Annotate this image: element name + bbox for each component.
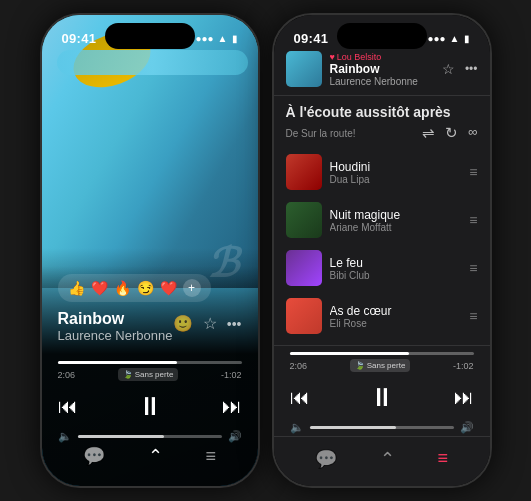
forward-button-phone1[interactable]: ⏭	[222, 395, 242, 418]
progress-section-phone2: 2:06 🍃 Sans perte -1:02	[290, 352, 474, 372]
queue-item-0[interactable]: Houdini Dua Lipa ≡	[274, 148, 490, 196]
queue-artist-feu: Bibi Club	[330, 270, 462, 281]
nav-more-icon-phone1[interactable]: ≡	[206, 446, 217, 467]
nav-airplay-icon-phone1[interactable]: ⌃	[148, 445, 163, 467]
progress-times-phone2: 2:06 🍃 Sans perte -1:02	[290, 359, 474, 372]
more-icon-phone2[interactable]: •••	[465, 62, 478, 76]
battery-icon-p2: ▮	[464, 33, 470, 44]
queue-info-houdini: Houdini Dua Lipa	[330, 160, 462, 185]
star-icon-phone1[interactable]: ☆	[203, 314, 217, 333]
queue-title-houdini: Houdini	[330, 160, 462, 174]
phone-1: ℬ 09:41 ●●● ▲ ▮ 👍 ❤️ 🔥 😏 ❤️ +	[40, 13, 260, 488]
reaction-heart2[interactable]: ❤️	[160, 280, 177, 296]
bottom-nav-phone1: 💬 ⌃ ≡	[42, 434, 258, 486]
mini-artwork	[286, 51, 322, 87]
reaction-heart1[interactable]: ❤️	[91, 280, 108, 296]
play-pause-button-phone2[interactable]: ⏸	[369, 382, 395, 413]
phone2-screen: 09:41 ●●● ▲ ▮ ♥ Lou Belsito Rainbow Laur…	[274, 15, 490, 486]
queue-item-3[interactable]: As de cœur Eli Rose ≡	[274, 292, 490, 340]
header-song-artist: Laurence Nerbonne	[330, 76, 434, 87]
controls-row-phone1: ⏮ ⏸ ⏭	[58, 387, 242, 426]
time-remaining-phone2: -1:02	[453, 361, 474, 371]
more-icon-phone1[interactable]: •••	[227, 316, 242, 332]
queue-artist-coeur: Eli Rose	[330, 318, 462, 329]
vol-max-p2: 🔊	[460, 421, 474, 434]
queue-item-1[interactable]: Nuit magique Ariane Moffatt ≡	[274, 196, 490, 244]
time-remaining-phone1: -1:02	[221, 370, 242, 380]
queue-menu-nuit[interactable]: ≡	[469, 212, 477, 228]
queue-art-houdini	[286, 154, 322, 190]
controls-row-phone2: ⏮ ⏸ ⏭	[290, 378, 474, 417]
queue-menu-feu[interactable]: ≡	[469, 260, 477, 276]
queue-title-coeur: As de cœur	[330, 304, 462, 318]
nav-list-icon-phone2[interactable]: ≡	[438, 448, 449, 469]
reactions-bar[interactable]: 👍 ❤️ 🔥 😏 ❤️ +	[58, 274, 211, 302]
back-button-phone2[interactable]: ⏮	[290, 386, 310, 409]
queue-menu-coeur[interactable]: ≡	[469, 308, 477, 324]
infinite-icon[interactable]: ∞	[468, 124, 477, 142]
progress-fill-phone2	[290, 352, 410, 355]
wifi-icon-p2: ▲	[450, 33, 460, 44]
nav-airplay-icon-phone2[interactable]: ⌃	[380, 448, 395, 470]
queue-artist-nuit: Ariane Moffatt	[330, 222, 462, 233]
song-artist-phone1: Laurence Nerbonne	[58, 328, 173, 343]
progress-section-phone1: 2:06 🍃 Sans perte -1:02	[58, 361, 242, 381]
battery-icon: ▮	[232, 33, 238, 44]
repeat-icon[interactable]: ↻	[445, 124, 458, 142]
status-icons-phone2: ●●● ▲ ▮	[427, 33, 469, 44]
song-info-phone1: Rainbow Laurence Nerbonne	[58, 310, 173, 343]
song-title-phone1: Rainbow	[58, 310, 173, 328]
queue-info-nuit: Nuit magique Ariane Moffatt	[330, 208, 462, 233]
queue-section-label: À l'écoute aussitôt après	[274, 96, 490, 124]
queue-title-nuit: Nuit magique	[330, 208, 462, 222]
reaction-smirk[interactable]: 😏	[137, 280, 154, 296]
queue-art-feu	[286, 250, 322, 286]
player-phone2: 2:06 🍃 Sans perte -1:02 ⏮ ⏸ ⏭ 🔈 🔊	[274, 345, 490, 434]
nav-chat-icon-phone2[interactable]: 💬	[315, 448, 337, 470]
phone1-screen: ℬ 09:41 ●●● ▲ ▮ 👍 ❤️ 🔥 😏 ❤️ +	[42, 15, 258, 486]
volume-bar-phone2[interactable]	[310, 426, 454, 429]
queue-menu-houdini[interactable]: ≡	[469, 164, 477, 180]
status-icons-phone1: ●●● ▲ ▮	[195, 33, 237, 44]
progress-times-phone1: 2:06 🍃 Sans perte -1:02	[58, 368, 242, 381]
volume-fill-phone2	[310, 426, 396, 429]
queue-sub-label: De Sur la route!	[286, 128, 356, 139]
queue-item-2[interactable]: Le feu Bibi Club ≡	[274, 244, 490, 292]
smiley-icon[interactable]: 🙂	[173, 314, 193, 333]
dynamic-island	[105, 23, 195, 49]
time-current-phone1: 2:06	[58, 370, 76, 380]
header-song-info: ♥ Lou Belsito Rainbow Laurence Nerbonne	[330, 52, 434, 87]
nav-chat-icon-phone1[interactable]: 💬	[83, 445, 105, 467]
header-song-name: Rainbow	[330, 62, 434, 76]
forward-button-phone2[interactable]: ⏭	[454, 386, 474, 409]
queue-info-coeur: As de cœur Eli Rose	[330, 304, 462, 329]
signal-icon: ●●●	[195, 33, 213, 44]
vol-min-p2: 🔈	[290, 421, 304, 434]
queue-title-feu: Le feu	[330, 256, 462, 270]
back-button-phone1[interactable]: ⏮	[58, 395, 78, 418]
lossless-badge-phone1: 🍃 Sans perte	[118, 368, 179, 381]
reaction-thumbsup[interactable]: 👍	[68, 280, 85, 296]
queue-artist-houdini: Dua Lipa	[330, 174, 462, 185]
progress-bar-phone2[interactable]	[290, 352, 474, 355]
shuffle-icon[interactable]: ⇌	[422, 124, 435, 142]
progress-bar-phone1[interactable]	[58, 361, 242, 364]
time-current-phone2: 2:06	[290, 361, 308, 371]
progress-fill-phone1	[58, 361, 178, 364]
dynamic-island-phone2	[337, 23, 427, 49]
star-icon-phone2[interactable]: ☆	[442, 61, 455, 77]
reaction-fire[interactable]: 🔥	[114, 280, 131, 296]
add-reaction-button[interactable]: +	[183, 279, 201, 297]
phone-2: 09:41 ●●● ▲ ▮ ♥ Lou Belsito Rainbow Laur…	[272, 13, 492, 488]
lou-badge: ♥ Lou Belsito	[330, 52, 434, 62]
signal-icon-p2: ●●●	[427, 33, 445, 44]
queue-info-feu: Le feu Bibi Club	[330, 256, 462, 281]
status-time-phone2: 09:41	[294, 31, 329, 46]
status-time-phone1: 09:41	[62, 31, 97, 46]
bottom-nav-phone2: 💬 ⌃ ≡	[274, 436, 490, 486]
lossless-badge-phone2: 🍃 Sans perte	[350, 359, 411, 372]
play-pause-button-phone1[interactable]: ⏸	[137, 391, 163, 422]
volume-row-phone2: 🔈 🔊	[290, 421, 474, 434]
wifi-icon: ▲	[218, 33, 228, 44]
header-controls: ☆ •••	[442, 61, 478, 77]
